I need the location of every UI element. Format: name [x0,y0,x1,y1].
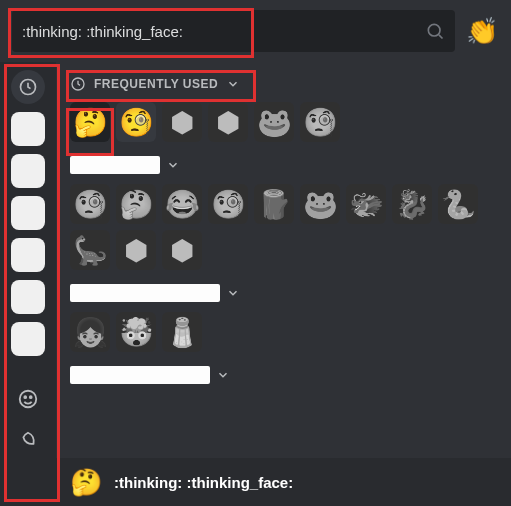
category-server-2[interactable] [11,154,45,188]
emoji-grid-1: 🤔🧐⬢⬢🐸🧐 [70,102,497,142]
emoji-grid-3: 👧🤯🧂 [70,312,497,352]
chevron-down-icon [226,77,240,91]
server-section-2[interactable] [70,284,497,302]
emoji-monocle-gray[interactable]: 🧐 [300,102,340,142]
emoji-dragon-text[interactable]: 🐲 [346,184,386,224]
emoji-mindblown[interactable]: 🤯 [116,312,156,352]
category-recent[interactable] [11,70,45,104]
server-section-3[interactable] [70,366,497,384]
server-name-redacted [70,366,210,384]
clap-icon: 👏 [466,16,498,47]
emoji-d20-a[interactable]: ⬢ [162,102,202,142]
emoji-thinking[interactable]: 🤔 [70,102,110,142]
emoji-sauropod[interactable]: 🦕 [70,230,110,270]
emoji-d20-d[interactable]: ⬢ [162,230,202,270]
chevron-down-icon [216,368,230,382]
svg-point-4 [24,396,26,398]
category-server-4[interactable] [11,238,45,272]
emoji-grid-2: 🧐🤔😂🧐🪵🐸🐲🐉🐍🦕⬢⬢ [70,184,497,270]
emoji-thinking2[interactable]: 🤔 [116,184,156,224]
search-icon [425,21,445,41]
emoji-avatar[interactable]: 👧 [70,312,110,352]
svg-line-1 [439,35,443,39]
category-server-6[interactable] [11,322,45,356]
category-sidebar [0,62,56,458]
emoji-log[interactable]: 🪵 [254,184,294,224]
section-title: FREQUENTLY USED [94,77,218,91]
preview-emoji: 🤔 [70,467,102,498]
emoji-preview-bar: 🤔 :thinking: :thinking_face: [0,458,511,506]
emoji-dragon[interactable]: 🐉 [392,184,432,224]
server-name-redacted [70,156,160,174]
preview-text: :thinking: :thinking_face: [114,474,293,491]
emoji-monocle2[interactable]: 🧐 [70,184,110,224]
chevron-down-icon [166,158,180,172]
clock-icon [70,76,86,92]
emoji-d20-b[interactable]: ⬢ [208,102,248,142]
category-people[interactable] [11,382,45,416]
server-section-1[interactable] [70,156,497,174]
emoji-main-panel: FREQUENTLY USED 🤔🧐⬢⬢🐸🧐 🧐🤔😂🧐🪵🐸🐲🐉🐍🦕⬢⬢ 👧🤯🧂 [56,62,511,458]
emoji-monocle[interactable]: 🧐 [116,102,156,142]
emoji-joy[interactable]: 😂 [162,184,202,224]
emoji-frog[interactable]: 🐸 [254,102,294,142]
svg-point-0 [428,24,440,36]
svg-point-3 [20,391,37,408]
chevron-down-icon [226,286,240,300]
category-server-1[interactable] [11,112,45,146]
emoji-monocle3[interactable]: 🧐 [208,184,248,224]
emoji-d20-c[interactable]: ⬢ [116,230,156,270]
svg-point-5 [30,396,32,398]
emoji-salt[interactable]: 🧂 [162,312,202,352]
server-name-redacted [70,284,220,302]
search-field[interactable] [12,10,455,52]
search-input[interactable] [22,23,425,40]
category-nature[interactable] [11,424,45,458]
emoji-frog2[interactable]: 🐸 [300,184,340,224]
skin-tone-picker[interactable]: 👏 [465,14,499,48]
emoji-snake[interactable]: 🐍 [438,184,478,224]
category-server-5[interactable] [11,280,45,314]
category-server-3[interactable] [11,196,45,230]
section-frequently-used[interactable]: FREQUENTLY USED [70,68,240,102]
